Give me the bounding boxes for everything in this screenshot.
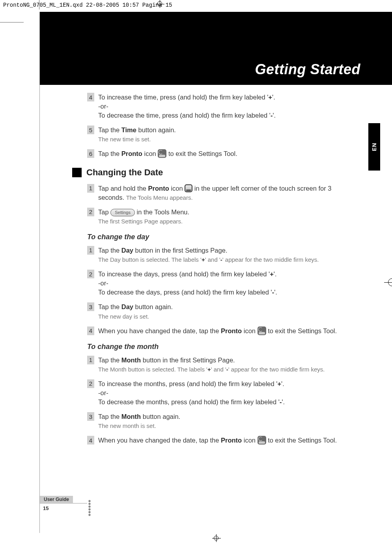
language-tab-label: EN: [371, 143, 377, 151]
text: The Day button is selected. The labels ': [98, 256, 202, 263]
text: Day: [121, 247, 133, 254]
step-body: When you have changed the date, tap the …: [98, 436, 337, 445]
text: button in the first Settings Page.: [133, 247, 227, 254]
language-tab: EN: [368, 123, 380, 171]
step-body: Tap the Day button in the first Settings…: [98, 246, 319, 264]
text: Tap the: [98, 150, 121, 157]
text: ' appear for the two middle firm keys.: [228, 366, 325, 373]
text: '.: [272, 94, 275, 101]
text: to exit the Settings Tool.: [266, 437, 337, 444]
step-body: Tap the Day button again. The new day is…: [98, 302, 173, 321]
step: 3 Tap the Day button again. The new day …: [87, 302, 357, 321]
text: ' and ': [211, 366, 226, 373]
page-body: Getting Started EN 4 To increase the tim…: [39, 12, 392, 544]
step: 6 Tap the Pronto icon to exit the Settin…: [87, 149, 357, 158]
text: To increase the months, press (and hold)…: [98, 380, 277, 387]
step-number: 2: [87, 270, 94, 278]
step-body: To increase the time, press (and hold) t…: [98, 93, 276, 120]
step-body: When you have changed the date, tap the …: [98, 326, 337, 336]
step-number: 2: [87, 208, 94, 216]
step-body: Tap Settings in the Tools Menu. The firs…: [98, 208, 189, 226]
pronto-icon: [258, 326, 266, 335]
text: +: [202, 256, 205, 263]
step-number: 4: [87, 326, 94, 335]
step-number: 2: [87, 379, 94, 388]
text: -or-: [98, 103, 108, 110]
step: 4 To increase the time, press (and hold)…: [87, 93, 357, 120]
text: To decrease the months, press (and hold)…: [98, 398, 280, 405]
step-number: 1: [87, 246, 94, 255]
text: To increase the days, press (and hold) t…: [98, 270, 270, 278]
content: 4 To increase the time, press (and hold)…: [40, 85, 392, 454]
settings-pill-icon: Settings: [110, 209, 135, 216]
text: icon: [169, 185, 185, 192]
step-number: 5: [87, 126, 94, 134]
text: Time: [121, 126, 136, 133]
step-number: 1: [87, 356, 94, 364]
footer-label: User Guide: [40, 496, 73, 503]
banner-title: Getting Started: [255, 61, 360, 78]
step-body: Tap the Time button again. The new time …: [98, 126, 176, 144]
text: The new time is set.: [98, 136, 151, 143]
step: 4 When you have changed the date, tap th…: [87, 436, 357, 445]
pronto-icon: [185, 184, 192, 192]
step-number: 4: [87, 436, 94, 445]
text: Tap the: [98, 413, 121, 420]
dots-icon: ••••••: [88, 500, 91, 516]
text: +: [277, 380, 281, 387]
text: To decrease the time, press (and hold) t…: [98, 112, 271, 119]
text: button again.: [133, 303, 173, 310]
text: +: [268, 94, 272, 101]
step: 2 To increase the days, press (and hold)…: [87, 270, 357, 297]
text: '.: [281, 380, 284, 387]
text: '.: [282, 398, 285, 405]
text: The new day is set.: [98, 313, 149, 320]
text: to exit the Settings Tool.: [266, 327, 337, 334]
text: Pronto: [221, 327, 242, 334]
text: button in the first Settings Page.: [141, 356, 235, 364]
text: '.: [274, 270, 277, 278]
pronto-icon: [158, 149, 166, 158]
text: icon: [242, 327, 257, 334]
step: 2 To increase the months, press (and hol…: [87, 379, 357, 407]
text: '.: [273, 112, 276, 119]
text: ' appear for the two middle firm keys.: [222, 256, 319, 263]
footer: User Guide 15 ••••••: [40, 495, 89, 516]
step-number: 6: [87, 149, 94, 158]
text: The first Settings Page appears.: [98, 218, 183, 225]
step: 4 When you have changed the date, tap th…: [87, 326, 357, 336]
text: '.: [274, 289, 277, 296]
pronto-icon: [258, 436, 266, 445]
step-number: 1: [87, 184, 94, 193]
text: Tap the: [98, 247, 121, 254]
text: in the Tools Menu.: [135, 208, 189, 216]
text: -or-: [98, 280, 108, 287]
text: Pronto: [148, 185, 169, 192]
text: to exit the Settings Tool.: [166, 150, 237, 157]
text: button again.: [141, 413, 180, 420]
text: Pronto: [221, 437, 242, 444]
step: 3 Tap the Month button again. The new mo…: [87, 412, 357, 430]
text: Tap and hold the: [98, 185, 148, 192]
section-heading-row: Changing the Date: [72, 167, 357, 178]
text: icon: [142, 150, 158, 157]
step: 1 Tap and hold the Pronto icon in the up…: [87, 184, 357, 202]
step-number: 3: [87, 302, 94, 311]
text: Day: [121, 303, 133, 310]
step-number: 4: [87, 93, 94, 101]
file-header-strip: ProntoNG_0705_ML_1EN.qxd 22-08-2005 10:5…: [0, 0, 392, 13]
text: +: [270, 270, 274, 278]
text: Month: [121, 356, 141, 364]
subsection-heading: To change the month: [87, 343, 357, 351]
text: When you have changed the date, tap the: [98, 327, 221, 334]
banner: Getting Started: [40, 12, 392, 85]
step: 1 Tap the Month button in the first Sett…: [87, 356, 357, 374]
step-body: Tap the Pronto icon to exit the Settings…: [98, 149, 237, 158]
subsection-heading: To change the day: [87, 233, 357, 241]
step-body: To increase the months, press (and hold)…: [98, 379, 285, 407]
page-number: 15: [43, 505, 49, 516]
text: -or-: [98, 389, 108, 396]
heading-bullet-icon: [72, 168, 82, 177]
step-body: To increase the days, press (and hold) t…: [98, 270, 277, 297]
text: Tap the: [98, 356, 121, 364]
